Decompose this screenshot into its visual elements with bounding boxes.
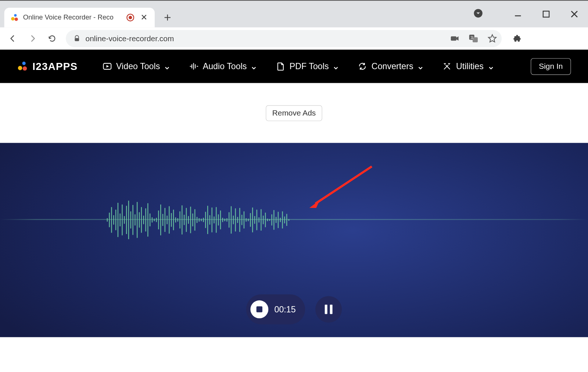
window-maximize-button[interactable] <box>540 8 552 20</box>
site-header: I23APPS Video Tools Audio Tools PDF Tool… <box>0 50 588 83</box>
svg-line-14 <box>315 166 372 203</box>
recording-indicator-icon <box>126 14 134 21</box>
nav-label: Utilities <box>456 61 484 71</box>
chevron-down-icon <box>164 63 170 69</box>
sign-in-button[interactable]: Sign In <box>531 58 571 75</box>
extensions-button[interactable] <box>509 30 526 47</box>
svg-point-10 <box>22 61 25 65</box>
svg-point-1 <box>11 17 14 21</box>
lock-icon <box>74 35 80 42</box>
pause-icon <box>325 305 333 314</box>
brand-logo-icon <box>17 61 28 72</box>
tab-title: Online Voice Recorder - Reco <box>23 14 122 21</box>
chevron-down-icon <box>251 63 257 69</box>
nav-utilities[interactable]: Utilities <box>442 61 494 71</box>
waveform <box>107 199 299 241</box>
svg-rect-5 <box>75 38 79 41</box>
tools-icon <box>442 61 452 71</box>
nav-video-tools[interactable]: Video Tools <box>103 61 171 71</box>
window-controls <box>473 1 588 27</box>
svg-point-11 <box>18 66 22 70</box>
svg-text:文: 文 <box>470 36 474 39</box>
profile-dropdown-icon[interactable] <box>473 8 483 20</box>
window-close-button[interactable] <box>569 8 581 20</box>
new-tab-button[interactable] <box>158 8 177 27</box>
back-button[interactable] <box>4 30 22 47</box>
sign-in-label: Sign In <box>539 62 563 70</box>
address-bar[interactable]: online-voice-recorder.com 文 <box>66 30 502 47</box>
translate-icon[interactable]: 文 <box>468 33 478 44</box>
svg-rect-4 <box>543 11 549 17</box>
svg-rect-6 <box>451 36 456 41</box>
close-tab-button[interactable] <box>139 12 150 23</box>
nav-label: Video Tools <box>116 61 160 71</box>
remove-ads-button[interactable]: Remove Ads <box>266 105 322 121</box>
bookmark-star-icon[interactable] <box>487 33 498 44</box>
chevron-down-icon <box>488 63 494 69</box>
timer-text: 00:15 <box>274 304 295 314</box>
refresh-icon <box>358 61 368 71</box>
chevron-down-icon <box>417 63 423 69</box>
file-icon <box>276 61 286 71</box>
pause-button[interactable] <box>315 296 342 323</box>
remove-ads-label: Remove Ads <box>272 109 316 117</box>
recorder-controls: 00:15 <box>0 294 588 324</box>
ad-strip: Remove Ads <box>0 83 588 143</box>
nav-label: PDF Tools <box>290 61 329 71</box>
main-nav: Video Tools Audio Tools PDF Tools Conver… <box>103 61 494 71</box>
svg-point-0 <box>14 14 17 17</box>
nav-label: Audio Tools <box>203 61 247 71</box>
forward-button[interactable] <box>24 30 41 47</box>
nav-audio-tools[interactable]: Audio Tools <box>189 61 257 71</box>
nav-pdf-tools[interactable]: PDF Tools <box>276 61 339 71</box>
stop-icon <box>250 300 268 318</box>
window-minimize-button[interactable] <box>512 8 524 20</box>
audio-bars-icon <box>189 61 198 71</box>
chevron-down-icon <box>333 63 339 69</box>
browser-tab[interactable]: Online Voice Recorder - Reco <box>4 8 155 27</box>
nav-label: Converters <box>372 61 413 71</box>
svg-point-12 <box>23 66 27 71</box>
svg-point-2 <box>15 18 18 21</box>
nav-converters[interactable]: Converters <box>358 61 424 71</box>
play-rect-icon <box>103 61 112 71</box>
stop-button[interactable]: 00:15 <box>246 294 305 324</box>
tab-favicon-icon <box>10 13 19 22</box>
browser-tabstrip: Online Voice Recorder - Reco <box>0 1 588 27</box>
browser-toolbar: online-voice-recorder.com 文 <box>0 27 588 49</box>
brand-text: I23APPS <box>32 60 78 72</box>
camera-icon[interactable] <box>449 33 460 44</box>
recorder-area: 00:15 <box>0 143 588 337</box>
annotation-arrow-icon <box>308 164 376 212</box>
reload-button[interactable] <box>44 30 61 47</box>
url-text: online-voice-recorder.com <box>86 34 174 43</box>
brand[interactable]: I23APPS <box>17 60 78 72</box>
